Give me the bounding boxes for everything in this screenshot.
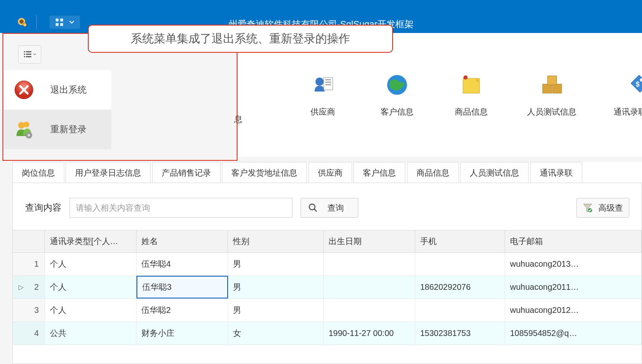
boxes-icon bbox=[540, 73, 563, 96]
tab-person-test[interactable]: 人员测试信息 bbox=[460, 162, 529, 183]
close-circle-icon bbox=[14, 80, 34, 100]
svg-rect-12 bbox=[26, 56, 31, 57]
grid-header-dob[interactable]: 出生日期 bbox=[324, 230, 415, 252]
cell-email[interactable]: wuhuacong2012… bbox=[505, 299, 642, 322]
tab-supplier[interactable]: 供应商 bbox=[308, 162, 352, 183]
titlebar-app-menu[interactable] bbox=[49, 16, 80, 29]
cell-name[interactable]: 伍华聪3 bbox=[136, 276, 228, 298]
svg-rect-22 bbox=[325, 84, 331, 85]
ribbon-partial-label: 息 bbox=[234, 114, 242, 125]
annotation-callout: 系统菜单集成了退出系统、重新登录的操作 bbox=[88, 25, 393, 53]
cell-mobile[interactable] bbox=[415, 299, 505, 322]
svg-point-1 bbox=[19, 19, 24, 24]
cell-dob[interactable] bbox=[324, 253, 415, 275]
grid-header-gender[interactable]: 性别 bbox=[228, 230, 324, 252]
system-menu: 退出系统 重新登录 bbox=[4, 70, 111, 149]
grid-header-email[interactable]: 电子邮箱 bbox=[505, 230, 642, 252]
svg-rect-3 bbox=[56, 19, 59, 21]
svg-text:$: $ bbox=[636, 81, 640, 88]
cell-dob[interactable] bbox=[324, 276, 415, 298]
cell-mobile[interactable] bbox=[415, 253, 505, 275]
cell-email[interactable]: wuhuacong2011… bbox=[505, 276, 642, 298]
ribbon-btn-label: 人员测试信息 bbox=[527, 106, 576, 117]
data-grid: 通讯录类型[个人… 姓名 性别 出生日期 手机 电子邮箱 1个人伍华聪4男wuh… bbox=[13, 230, 642, 345]
svg-rect-7 bbox=[24, 51, 25, 52]
svg-rect-11 bbox=[24, 56, 25, 57]
cell-mobile[interactable]: 18620292076 bbox=[415, 276, 505, 298]
ribbon-btn-supplier[interactable]: 供应商 bbox=[296, 73, 350, 117]
svg-rect-28 bbox=[548, 76, 557, 85]
svg-rect-21 bbox=[325, 82, 331, 83]
list-view-icon bbox=[23, 50, 32, 59]
grid-header-type[interactable]: 通讯录类型[个人… bbox=[45, 230, 136, 252]
cell-gender[interactable]: 男 bbox=[228, 276, 324, 298]
svg-rect-26 bbox=[543, 84, 552, 93]
cell-gender[interactable]: 男 bbox=[228, 299, 324, 322]
tab-product[interactable]: 商品信息 bbox=[407, 162, 459, 183]
cell-name[interactable]: 伍华聪4 bbox=[136, 253, 228, 275]
cell-type[interactable]: 个人 bbox=[45, 276, 136, 298]
tab-position-info[interactable]: 岗位信息 bbox=[12, 162, 64, 183]
table-row[interactable]: ▷2个人伍华聪3男18620292076wuhuacong2011… bbox=[13, 276, 642, 299]
svg-point-18 bbox=[315, 77, 324, 86]
ribbon-btn-contacts[interactable]: $ 通讯录联系人 bbox=[605, 73, 642, 117]
ribbon-btn-label: 通讯录联系人 bbox=[614, 106, 642, 117]
search-label: 查询内容 bbox=[25, 202, 61, 214]
grid-header-name[interactable]: 姓名 bbox=[136, 230, 228, 252]
search-icon bbox=[308, 203, 317, 212]
row-number: ▷2 bbox=[13, 276, 45, 298]
cell-name[interactable]: 伍华聪2 bbox=[136, 299, 228, 322]
svg-point-31 bbox=[309, 204, 315, 210]
grid-header: 通讯录类型[个人… 姓名 性别 出生日期 手机 电子邮箱 bbox=[13, 230, 642, 253]
row-number: 1 bbox=[13, 253, 45, 275]
cell-gender[interactable]: 女 bbox=[228, 322, 324, 345]
search-input[interactable] bbox=[70, 198, 292, 218]
row-number: 4 bbox=[13, 322, 45, 345]
menu-item-label: 重新登录 bbox=[50, 123, 87, 136]
search-row: 查询内容 查询 高级查 bbox=[13, 198, 642, 218]
tab-login-log[interactable]: 用户登录日志信息 bbox=[66, 162, 151, 183]
cell-dob[interactable] bbox=[324, 299, 415, 322]
tab-sales-record[interactable]: 产品销售记录 bbox=[152, 162, 221, 183]
advanced-search-label: 高级查 bbox=[598, 202, 623, 214]
funnel-icon bbox=[583, 203, 593, 213]
ribbon-btn-label: 商品信息 bbox=[455, 106, 488, 117]
note-icon bbox=[460, 73, 483, 96]
cell-type[interactable]: 个人 bbox=[45, 253, 136, 275]
cell-type[interactable]: 个人 bbox=[45, 299, 136, 322]
ribbon-btn-product[interactable]: 商品信息 bbox=[444, 73, 498, 117]
ribbon-btn-person-test[interactable]: 人员测试信息 bbox=[519, 73, 585, 117]
tab-ship-address[interactable]: 客户发货地址信息 bbox=[222, 162, 307, 183]
search-button-label: 查询 bbox=[327, 202, 344, 214]
svg-rect-27 bbox=[553, 84, 562, 93]
table-row[interactable]: 1个人伍华聪4男wuhuacong2013… bbox=[13, 253, 642, 276]
cell-name[interactable]: 财务小庄 bbox=[136, 322, 228, 345]
menu-item-relogin[interactable]: 重新登录 bbox=[4, 110, 111, 149]
cell-type[interactable]: 公共 bbox=[45, 322, 136, 345]
ribbon-btn-label: 客户信息 bbox=[381, 106, 414, 117]
table-row[interactable]: 4公共财务小庄女1990-11-27 00:001530238175310859… bbox=[13, 322, 642, 345]
row-indicator-icon: ▷ bbox=[19, 283, 24, 291]
grid-header-mobile[interactable]: 手机 bbox=[415, 230, 505, 252]
cell-mobile[interactable]: 15302381753 bbox=[415, 322, 505, 345]
svg-point-2 bbox=[23, 23, 27, 27]
search-button[interactable]: 查询 bbox=[301, 198, 358, 218]
cell-dob[interactable]: 1990-11-27 00:00 bbox=[324, 322, 415, 345]
cell-email[interactable]: 1085954852@q… bbox=[505, 322, 642, 345]
chevron-down-icon bbox=[69, 21, 74, 24]
tab-contacts[interactable]: 通讯录联 bbox=[530, 162, 582, 183]
cell-email[interactable]: wuhuacong2013… bbox=[505, 253, 642, 275]
tab-customer[interactable]: 客户信息 bbox=[353, 162, 405, 183]
ribbon-btn-customer[interactable]: 客户信息 bbox=[370, 73, 424, 117]
apps-grid-icon bbox=[55, 18, 63, 26]
price-tag-icon: $ bbox=[627, 73, 642, 96]
svg-rect-6 bbox=[60, 23, 63, 26]
svg-rect-5 bbox=[56, 23, 59, 26]
cell-gender[interactable]: 男 bbox=[228, 253, 324, 275]
menu-item-exit[interactable]: 退出系统 bbox=[4, 70, 111, 110]
menu-item-label: 退出系统 bbox=[50, 84, 87, 96]
content-panel: 查询内容 查询 高级查 通讯录类型[个人… 姓名 性别 出生日期 手机 电子邮箱… bbox=[12, 183, 642, 364]
table-row[interactable]: 3个人伍华聪2男wuhuacong2012… bbox=[13, 299, 642, 322]
advanced-search-button[interactable]: 高级查 bbox=[576, 198, 629, 218]
view-toggle-button[interactable] bbox=[18, 45, 41, 63]
